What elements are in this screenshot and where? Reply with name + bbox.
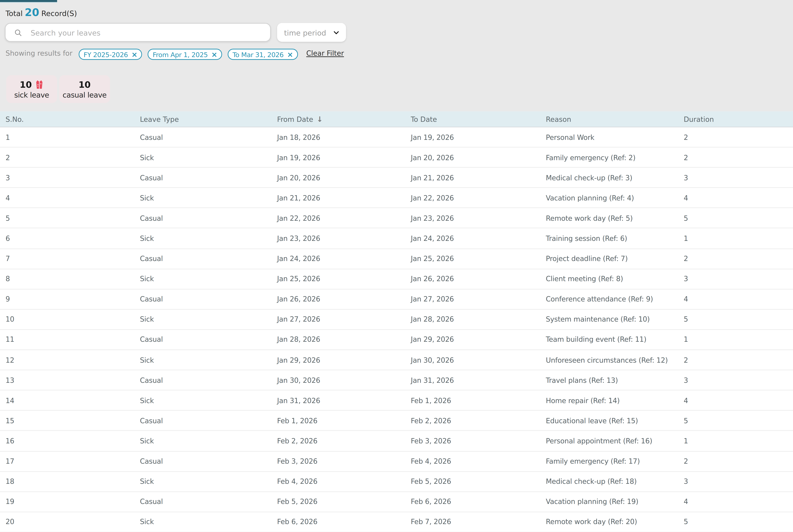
time-period-select[interactable]: time period (277, 23, 346, 42)
cell-from-date: Feb 4, 2026 (277, 478, 411, 485)
cell-from-date: Feb 6, 2026 (277, 518, 411, 526)
table-row: 9CasualJan 26, 2026Jan 27, 2026Conferenc… (0, 289, 793, 310)
cell-leave-type: Casual (140, 417, 277, 424)
table-row: 12SickJan 29, 2026Jan 30, 2026Unforeseen… (0, 350, 793, 370)
table-row: 19CasualFeb 5, 2026Feb 6, 2026Vacation p… (0, 492, 793, 512)
cell-leave-type: Casual (140, 336, 277, 343)
cell-from-date: Feb 3, 2026 (277, 457, 411, 465)
time-period-value: time period (284, 28, 326, 37)
cell-duration: 3 (684, 376, 793, 384)
table-row: 7CasualJan 24, 2026Jan 25, 2026Project d… (0, 249, 793, 269)
table-row: 18SickFeb 4, 2026Feb 5, 2026Medical chec… (0, 472, 793, 492)
cell-reason: Medical check-up (Ref: 3) (546, 174, 684, 182)
cell-leave-type: Sick (140, 478, 277, 485)
cell-from-date: Jan 28, 2026 (277, 336, 411, 343)
search-input[interactable] (5, 23, 271, 42)
cell-leave-type: Sick (140, 397, 277, 404)
cell-leave-type: Sick (140, 154, 277, 161)
column-header-label: Reason (546, 115, 571, 123)
stat-card: 10casual leave (59, 75, 110, 103)
cell-to-date: Jan 30, 2026 (411, 356, 546, 364)
cell-to-date: Jan 19, 2026 (411, 133, 546, 141)
cell-duration: 3 (684, 478, 793, 485)
stat-value: 10 (20, 79, 32, 90)
clear-filter-link[interactable]: Clear Filter (306, 50, 344, 57)
cell-leave-type: Sick (140, 356, 277, 364)
cell-reason: Team building event (Ref: 11) (546, 336, 684, 343)
table-row: 8SickJan 25, 2026Jan 26, 2026Client meet… (0, 269, 793, 289)
table-row: 2SickJan 19, 2026Jan 20, 2026Family emer… (0, 148, 793, 168)
cell-from-date: Feb 2, 2026 (277, 437, 411, 445)
column-header-to-date[interactable]: To Date (411, 115, 546, 123)
cell-to-date: Jan 28, 2026 (411, 316, 546, 323)
cell-from-date: Jan 19, 2026 (277, 154, 411, 161)
cell-to-date: Jan 27, 2026 (411, 296, 546, 303)
chip-close-icon[interactable]: × (287, 51, 293, 58)
cell-duration: 1 (684, 437, 793, 445)
chip-close-icon[interactable]: × (131, 51, 137, 58)
column-header-reason[interactable]: Reason (546, 115, 684, 123)
chip-close-icon[interactable]: × (211, 51, 217, 58)
cell-duration: 4 (684, 498, 793, 506)
cell-reason: Conference attendance (Ref: 9) (546, 296, 684, 303)
table-row: 6SickJan 23, 2026Jan 24, 2026Training se… (0, 229, 793, 249)
cell-leave-type: Casual (140, 255, 277, 262)
cell-to-date: Feb 5, 2026 (411, 478, 546, 485)
cell-to-date: Feb 3, 2026 (411, 437, 546, 445)
cell-from-date: Jan 21, 2026 (277, 194, 411, 202)
table-row: 13CasualJan 30, 2026Jan 31, 2026Travel p… (0, 370, 793, 391)
cell-from-date: Jan 18, 2026 (277, 133, 411, 141)
column-header-leave-type[interactable]: Leave Type (140, 115, 277, 123)
cell-reason: Remote work day (Ref: 5) (546, 214, 684, 222)
cell-sno: 8 (5, 275, 140, 283)
column-header-from-date[interactable]: From Date↓ (277, 115, 411, 123)
table-row: 14SickJan 31, 2026Feb 1, 2026Home repair… (0, 391, 793, 411)
table-row: 10SickJan 27, 2026Jan 28, 2026System mai… (0, 310, 793, 330)
column-header-duration[interactable]: Duration (684, 115, 793, 123)
cell-duration: 4 (684, 397, 793, 404)
table-row: 17CasualFeb 3, 2026Feb 4, 2026Family eme… (0, 452, 793, 472)
cell-duration: 4 (684, 194, 793, 202)
cell-leave-type: Casual (140, 498, 277, 506)
cell-sno: 16 (5, 437, 140, 445)
cell-reason: Travel plans (Ref: 13) (546, 376, 684, 384)
cell-from-date: Jan 22, 2026 (277, 214, 411, 222)
cell-sno: 19 (5, 498, 140, 506)
table-body: 1CasualJan 18, 2026Jan 19, 2026Personal … (0, 127, 793, 532)
cell-duration: 2 (684, 133, 793, 141)
cell-duration: 1 (684, 336, 793, 343)
filter-chip: From Apr 1, 2025× (148, 49, 222, 60)
cell-reason: Home repair (Ref: 14) (546, 397, 684, 404)
cell-duration: 5 (684, 417, 793, 424)
cell-sno: 14 (5, 397, 140, 404)
total-records: Total 20 Record(S) (5, 7, 77, 18)
cell-from-date: Jan 27, 2026 (277, 316, 411, 323)
cell-to-date: Jan 22, 2026 (411, 194, 546, 202)
cell-to-date: Jan 31, 2026 (411, 376, 546, 384)
cell-duration: 2 (684, 356, 793, 364)
column-header-label: From Date (277, 115, 313, 123)
search-icon (14, 28, 22, 37)
cell-sno: 10 (5, 316, 140, 323)
filter-chip-label: To Mar 31, 2026 (232, 51, 284, 58)
cell-duration: 5 (684, 518, 793, 526)
filter-chips: FY 2025-2026×From Apr 1, 2025×To Mar 31,… (79, 46, 303, 60)
cell-duration: 4 (684, 296, 793, 303)
cell-from-date: Jan 23, 2026 (277, 234, 411, 242)
cell-sno: 9 (5, 296, 140, 303)
leave-balance-cards: 10sick leave10casual leave (6, 75, 110, 103)
showing-results-label: Showing results for (5, 50, 73, 57)
cell-to-date: Feb 6, 2026 (411, 498, 546, 506)
stat-value: 10 (78, 79, 91, 90)
table-row: 1CasualJan 18, 2026Jan 19, 2026Personal … (0, 127, 793, 148)
sort-desc-icon[interactable]: ↓ (317, 115, 323, 123)
table-row: 3CasualJan 20, 2026Jan 21, 2026Medical c… (0, 168, 793, 188)
table-row: 4SickJan 21, 2026Jan 22, 2026Vacation pl… (0, 188, 793, 208)
cell-reason: Project deadline (Ref: 7) (546, 255, 684, 262)
column-header-s-no[interactable]: S.No. (5, 115, 140, 123)
cell-from-date: Feb 1, 2026 (277, 417, 411, 424)
cell-leave-type: Sick (140, 316, 277, 323)
cell-reason: Client meeting (Ref: 8) (546, 275, 684, 283)
cell-reason: System maintenance (Ref: 10) (546, 316, 684, 323)
cell-to-date: Jan 25, 2026 (411, 255, 546, 262)
